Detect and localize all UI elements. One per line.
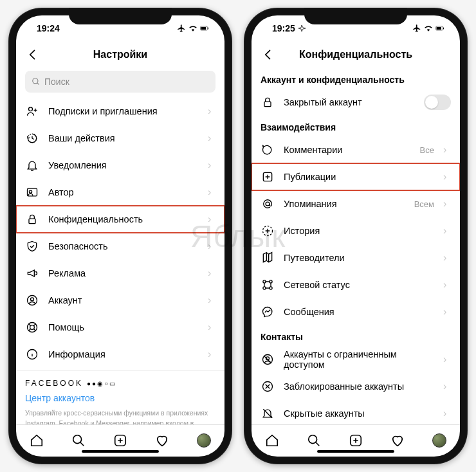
back-button[interactable] (261, 47, 276, 62)
row-notifications[interactable]: Уведомления › (25, 152, 215, 179)
row-story[interactable]: История › (261, 217, 451, 244)
chevron-right-icon: › (208, 159, 215, 171)
header: Настройки (16, 41, 224, 68)
row-label: Безопасность (48, 241, 199, 251)
row-help[interactable]: Помощь › (25, 314, 215, 341)
page-title: Конфиденциальность (252, 49, 460, 60)
svg-point-31 (309, 435, 317, 443)
svg-rect-1 (201, 27, 206, 30)
accounts-center-link[interactable]: Центр аккаунтов (25, 393, 215, 403)
chevron-right-icon: › (443, 354, 451, 365)
user-circle-icon (25, 293, 39, 307)
person-plus-icon (25, 104, 39, 118)
tab-activity[interactable] (154, 433, 170, 448)
row-comments[interactable]: Комментарии Все › (261, 136, 451, 163)
chevron-right-icon: › (208, 322, 215, 333)
home-indicator[interactable] (82, 450, 159, 453)
status-icons (412, 24, 444, 33)
svg-rect-16 (437, 27, 442, 30)
tab-home[interactable] (264, 433, 280, 448)
clock-history-icon (25, 131, 39, 145)
row-label: Скрытые аккаунты (284, 408, 434, 419)
svg-point-4 (29, 107, 33, 111)
notch (69, 8, 172, 24)
row-info[interactable]: Информация › (25, 341, 215, 368)
svg-point-25 (270, 287, 272, 289)
row-creator[interactable]: Автор › (25, 179, 215, 206)
map-icon (261, 251, 275, 265)
row-label: Заблокированные аккаунты (284, 381, 434, 392)
tab-search[interactable] (306, 433, 322, 448)
svg-rect-18 (264, 102, 271, 107)
chevron-right-icon: › (443, 171, 451, 183)
row-label: Реклама (48, 268, 199, 278)
private-account-toggle[interactable] (424, 95, 451, 110)
row-label: Уведомления (48, 160, 199, 170)
section-contacts: Контакты (261, 325, 451, 346)
tab-home[interactable] (29, 433, 44, 448)
chevron-right-icon: › (208, 213, 215, 225)
notch (304, 8, 407, 24)
row-mentions[interactable]: Упоминания Всем › (261, 190, 451, 217)
search-input[interactable]: Поиск (25, 71, 215, 93)
row-activity[interactable]: Ваши действия › (25, 125, 215, 152)
svg-point-24 (263, 287, 266, 289)
row-restricted[interactable]: Аккаунты с ограниченным доступом › (261, 346, 451, 373)
row-activity-status[interactable]: Сетевой статус › (261, 271, 451, 298)
row-ads[interactable]: Реклама › (25, 260, 215, 287)
tab-activity[interactable] (390, 433, 405, 448)
airplane-icon (412, 24, 421, 33)
lock-icon (25, 212, 39, 226)
row-label: История (284, 226, 434, 236)
battery-icon (435, 24, 444, 33)
home-indicator[interactable] (317, 450, 394, 453)
bell-slash-icon (261, 406, 275, 421)
row-privacy[interactable]: Конфиденциальность › (16, 206, 224, 233)
row-label: Комментарии (284, 145, 411, 155)
svg-point-22 (263, 280, 266, 283)
chevron-right-icon: › (443, 252, 451, 264)
row-blocked[interactable]: Заблокированные аккаунты › (261, 373, 451, 400)
phone-left: 19:24 Настройки Поиск Подписки и приглаш… (8, 8, 232, 464)
svg-point-13 (73, 435, 82, 443)
avatar (432, 433, 446, 448)
person-card-icon (25, 185, 39, 199)
chevron-right-icon: › (208, 295, 215, 306)
row-subscriptions[interactable]: Подписки и приглашения › (25, 98, 215, 125)
row-messages[interactable]: Сообщения › (261, 298, 451, 325)
row-muted[interactable]: Скрытые аккаунты › (261, 400, 451, 424)
row-label: Помощь (48, 322, 199, 332)
facebook-brand: FACEBOOK ●●◉○▭ (25, 379, 215, 388)
tab-profile[interactable] (432, 433, 447, 448)
tab-new-post[interactable] (348, 433, 363, 448)
chevron-right-icon: › (443, 144, 451, 156)
chevron-right-icon: › (208, 105, 215, 117)
section-account-privacy: Аккаунт и конфиденциальность (261, 68, 451, 89)
section-interactions: Взаимодействия (261, 116, 451, 136)
row-guides[interactable]: Путеводители › (261, 244, 451, 271)
status-time: 19:24 (37, 23, 60, 33)
row-account[interactable]: Аккаунт › (25, 287, 215, 314)
plus-box-icon (261, 170, 275, 184)
tab-profile[interactable] (196, 433, 212, 448)
back-button[interactable] (25, 47, 41, 62)
row-posts[interactable]: Публикации › (252, 163, 460, 190)
svg-point-20 (266, 202, 270, 206)
page-title: Настройки (16, 49, 224, 60)
status-time: 19:25 (272, 23, 306, 33)
chevron-right-icon: › (443, 381, 451, 392)
chevron-right-icon: › (208, 349, 215, 360)
row-security[interactable]: Безопасность › (25, 233, 215, 260)
user-slash-icon (261, 352, 275, 367)
chevron-right-icon: › (208, 186, 215, 198)
shield-icon (25, 239, 39, 253)
svg-point-11 (30, 325, 35, 330)
x-circle-icon (261, 379, 275, 394)
tab-search[interactable] (71, 433, 86, 448)
chevron-right-icon: › (443, 198, 451, 210)
tab-new-post[interactable] (113, 433, 128, 448)
wifi-icon (424, 24, 433, 33)
row-label: Информация (48, 349, 199, 359)
bell-icon (25, 158, 39, 172)
avatar (197, 433, 211, 448)
